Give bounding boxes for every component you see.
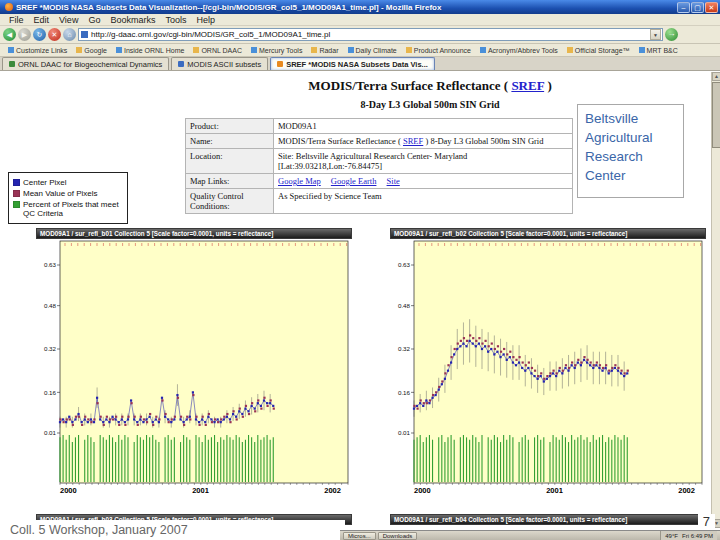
sref-link[interactable]: SREF — [403, 136, 423, 146]
svg-text:2000: 2000 — [414, 486, 431, 495]
back-icon[interactable]: ◀ — [3, 28, 16, 41]
menu-bookmarks[interactable]: Bookmarks — [105, 15, 160, 25]
table-row: Quality Control Conditions: As Specified… — [186, 189, 573, 214]
bookmark-icon — [76, 47, 82, 53]
bookmark-item[interactable]: Acronym/Abbrev Tools — [476, 45, 562, 56]
row-label: Map Links: — [186, 174, 274, 189]
product-info-table: Product: MOD09A1 Name: MODIS/Terra Surfa… — [185, 118, 573, 214]
scrollbar-thumb[interactable] — [712, 82, 720, 148]
menu-tools[interactable]: Tools — [160, 15, 191, 25]
chart-band2-plot: 0.630.480.320.160.01200020012002 — [390, 239, 706, 501]
windows-taskbar: Micros... Downloads 49°F Fri 6:49 PM — [340, 530, 720, 540]
home-icon[interactable]: ⌂ — [63, 28, 76, 41]
menu-help[interactable]: Help — [191, 15, 220, 25]
bookmark-item[interactable]: Customize Links — [4, 45, 71, 56]
bookmark-item[interactable]: ORNL DAAC — [189, 45, 246, 56]
row-value: As Specified by Science Team — [274, 189, 573, 214]
menu-go[interactable]: Go — [83, 15, 105, 25]
tab-sref-active[interactable]: SREF *MODIS NASA Subsets Data Vis... — [270, 57, 435, 70]
slide: SREF *MODIS NASA Subsets Data Visualizat… — [0, 0, 720, 540]
chart-band1: MOD09A1 / sur_refl_b01 Collection 5 [Sca… — [36, 228, 352, 501]
bookmark-icon — [567, 47, 573, 53]
minimize-button[interactable]: – — [677, 2, 690, 13]
site-link[interactable]: Site — [387, 176, 400, 186]
bookmark-item[interactable]: Google — [72, 45, 111, 56]
taskbar-button[interactable]: Downloads — [378, 532, 418, 540]
tab-favicon — [277, 61, 283, 67]
tab-ornl-daac[interactable]: ORNL DAAC for Biogeochemical Dynamics — [2, 57, 169, 70]
scroll-up-icon[interactable]: ▲ — [712, 72, 720, 81]
bookmark-icon — [193, 47, 199, 53]
svg-text:0.16: 0.16 — [398, 389, 411, 396]
svg-text:0.01: 0.01 — [398, 429, 411, 436]
reload-icon[interactable]: ↻ — [33, 28, 46, 41]
workshop-credit: Coll. 5 Workshop, January 2007 — [10, 523, 188, 537]
bookmarks-toolbar: Customize Links Google Inside ORNL Home … — [0, 44, 720, 57]
svg-text:2001: 2001 — [546, 486, 563, 495]
row-label: Quality Control Conditions: — [186, 189, 274, 214]
tab-favicon — [9, 61, 15, 67]
bookmark-icon — [348, 47, 354, 53]
close-button[interactable]: ✕ — [705, 2, 718, 13]
tab-modis-ascii[interactable]: MODIS ASCII subsets — [171, 57, 268, 70]
url-dropdown-icon[interactable]: ▼ — [650, 29, 661, 40]
legend-item: Center Pixel — [13, 178, 123, 187]
row-value: MODIS/Terra Surface Reflectance ( SREF )… — [274, 134, 573, 149]
google-earth-link[interactable]: Google Earth — [331, 176, 377, 186]
row-label: Name: — [186, 134, 274, 149]
tab-strip: ORNL DAAC for Biogeochemical Dynamics MO… — [0, 57, 720, 71]
legend-item: Mean Value of Pixels — [13, 189, 123, 198]
table-row: Map Links: Google Map Google Earth Site — [186, 174, 573, 189]
favicon — [81, 31, 88, 38]
google-map-link[interactable]: Google Map — [278, 176, 321, 186]
svg-text:2001: 2001 — [192, 486, 209, 495]
sref-link[interactable]: SREF — [511, 78, 544, 93]
chart-legend: Center Pixel Mean Value of Pixels Percen… — [8, 172, 128, 224]
bookmark-icon — [639, 47, 645, 53]
window-title: SREF *MODIS NASA Subsets Data Visualizat… — [16, 3, 676, 12]
window-titlebar: SREF *MODIS NASA Subsets Data Visualizat… — [0, 0, 720, 14]
mean-value-swatch — [13, 190, 20, 197]
bookmark-item[interactable]: Daily Climate — [344, 45, 401, 56]
url-input[interactable]: http://g-daac.ornl.gov/cgi-bin/MODIS/GR_… — [78, 28, 663, 41]
maximize-button[interactable]: ▢ — [691, 2, 704, 13]
url-text[interactable]: http://g-daac.ornl.gov/cgi-bin/MODIS/GR_… — [91, 30, 650, 39]
bookmark-icon — [406, 47, 412, 53]
vertical-scrollbar[interactable]: ▲ ▼ — [711, 72, 720, 528]
row-value: Site: Beltsville Agricultural Research C… — [274, 149, 573, 174]
row-label: Location: — [186, 149, 274, 174]
menu-view[interactable]: View — [54, 15, 83, 25]
row-value: Google Map Google Earth Site — [274, 174, 573, 189]
bookmark-item[interactable]: Product Announce — [402, 45, 475, 56]
row-value: MOD09A1 — [274, 119, 573, 134]
svg-text:0.48: 0.48 — [398, 302, 411, 309]
go-button[interactable]: → — [665, 28, 678, 41]
site-annotation: Beltsville Agricultural Research Center — [577, 104, 684, 198]
bookmark-item[interactable]: Mercury Tools — [247, 45, 306, 56]
navigation-toolbar: ◀ ▶ ↻ ✕ ⌂ http://g-daac.ornl.gov/cgi-bin… — [0, 26, 720, 44]
tab-favicon — [178, 61, 184, 67]
qc-percent-swatch — [13, 201, 20, 208]
svg-text:0.01: 0.01 — [44, 429, 57, 436]
legend-item: Percent of Pixels that meet QC Criteria — [13, 200, 123, 218]
bookmark-icon — [251, 47, 257, 53]
svg-text:0.16: 0.16 — [44, 389, 57, 396]
chart-band1-plot: 0.630.480.320.160.01200020012002 — [36, 239, 352, 501]
forward-icon[interactable]: ▶ — [18, 28, 31, 41]
table-row: Name: MODIS/Terra Surface Reflectance ( … — [186, 134, 573, 149]
svg-text:2002: 2002 — [324, 486, 341, 495]
bookmark-item[interactable]: Radar — [307, 45, 342, 56]
menu-edit[interactable]: Edit — [29, 15, 55, 25]
menu-file[interactable]: File — [4, 15, 29, 25]
menu-bar: File Edit View Go Bookmarks Tools Help — [0, 14, 720, 26]
bookmark-icon — [116, 47, 122, 53]
stop-icon[interactable]: ✕ — [48, 28, 61, 41]
bookmark-icon — [8, 47, 14, 53]
bookmark-item[interactable]: Inside ORNL Home — [112, 45, 188, 56]
bookmark-item[interactable]: MRT B&C — [635, 45, 682, 56]
center-pixel-swatch — [13, 179, 20, 186]
taskbar-button[interactable]: Micros... — [343, 532, 376, 540]
clock: Fri 6:49 PM — [682, 533, 713, 539]
page-title: MODIS/Terra Surface Reflectance ( SREF ) — [200, 78, 660, 94]
bookmark-item[interactable]: Official Storage™ — [563, 45, 634, 56]
